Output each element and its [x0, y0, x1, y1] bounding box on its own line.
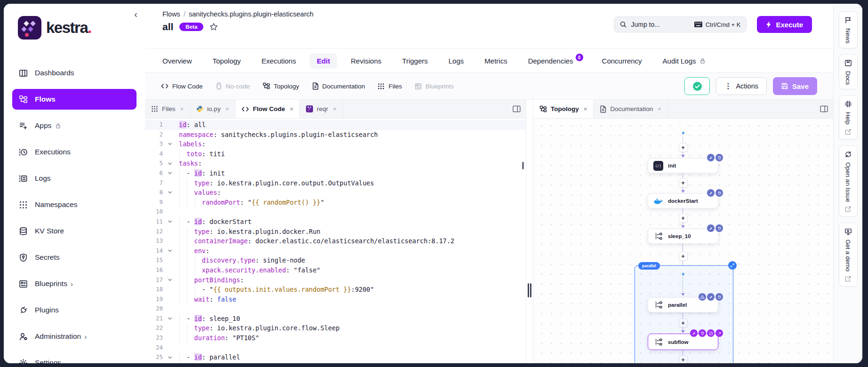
close-icon[interactable]: × — [225, 105, 229, 112]
sidebar-collapse-icon[interactable]: ‹ — [134, 9, 137, 19]
fold-chevron-icon[interactable] — [165, 190, 175, 195]
editor-tab-documentation[interactable]: Documentation× — [594, 100, 667, 118]
fold-chevron-icon[interactable] — [165, 219, 175, 224]
trash-badge-icon[interactable] — [715, 224, 723, 232]
fold-chevron-icon[interactable] — [165, 161, 175, 166]
code-line[interactable]: 24 — [145, 343, 526, 353]
code-line[interactable]: 7 type: io.kestra.plugin.core.output.Out… — [145, 178, 526, 188]
trash-badge-icon[interactable] — [699, 329, 706, 337]
view-no-code[interactable]: No-code — [216, 82, 250, 90]
code-line[interactable]: 18 - "{{ outputs.init.values.randomPort … — [145, 285, 526, 295]
editor-tab-reqr[interactable]: reqr× — [300, 100, 343, 118]
code-line[interactable]: 9 randomPort: "{{ randomPort() }}" — [145, 198, 526, 207]
view-topology[interactable]: Topology — [263, 82, 299, 90]
tab-edit[interactable]: Edit — [310, 53, 337, 69]
code-line[interactable]: 8 values: — [145, 188, 526, 198]
rail-item-open-an-issue[interactable]: Open an Issue — [839, 145, 858, 217]
tab-dependencies[interactable]: Dependencies0 — [528, 57, 581, 65]
close-icon[interactable]: × — [180, 105, 184, 112]
sidebar-item-administration[interactable]: Administration› — [12, 326, 137, 347]
pencil-badge-icon[interactable] — [690, 329, 698, 337]
sidebar-item-executions[interactable]: Executions — [12, 142, 137, 162]
tab-metrics[interactable]: Metrics — [484, 57, 507, 65]
sidebar-item-kv-store[interactable]: KV Store — [12, 221, 137, 241]
code-line[interactable]: 11 - id: dockerStart — [145, 217, 526, 227]
tab-revisions[interactable]: Revisions — [351, 57, 381, 65]
close-icon[interactable]: × — [658, 105, 661, 112]
tab-executions[interactable]: Executions — [262, 57, 296, 65]
pencil-badge-icon[interactable] — [707, 293, 715, 301]
tab-topology[interactable]: Topology — [213, 57, 241, 65]
code-line[interactable]: 6 - id: init — [145, 168, 526, 178]
kestra-logo[interactable]: kestra. — [18, 16, 91, 40]
code-line[interactable]: 16 xpack.security.enabled: "false" — [145, 265, 526, 275]
fold-chevron-icon[interactable] — [165, 278, 175, 282]
trash-badge-icon[interactable] — [715, 189, 723, 197]
pencil-badge-icon[interactable] — [707, 189, 715, 197]
view-documentation[interactable]: Documentation — [312, 82, 365, 90]
code-line[interactable]: 22 type: io.kestra.plugin.core.flow.Slee… — [145, 323, 526, 333]
execute-button[interactable]: Execute — [757, 16, 812, 33]
warning-badge-icon[interactable] — [699, 293, 706, 301]
pane-splitter[interactable] — [526, 100, 533, 363]
editor-tab-flow-code[interactable]: Flow Code× — [235, 100, 300, 118]
code-line[interactable]: 13 containerImage: docker.elastic.co/ela… — [145, 236, 526, 246]
close-icon[interactable]: × — [289, 105, 293, 112]
search-input[interactable]: Jump to... Ctrl/Cmd + K — [614, 16, 747, 32]
code-line[interactable]: 14 env: — [145, 246, 526, 256]
editor-scrollbar-thumb[interactable] — [522, 162, 524, 169]
trash-badge-icon[interactable] — [715, 293, 723, 301]
code-line[interactable]: 20 — [145, 304, 526, 314]
view-flow-code[interactable]: Flow Code — [161, 83, 203, 90]
tab-concurrency[interactable]: Concurrency — [602, 57, 642, 65]
editor-tab-files[interactable]: Files× — [145, 100, 190, 118]
code-line[interactable]: 21 - id: sleep_10 — [145, 314, 526, 324]
code-line[interactable]: 1id: all — [145, 120, 526, 130]
validation-button[interactable] — [684, 77, 710, 95]
sidebar-item-dashboards[interactable]: Dashboards — [12, 63, 137, 83]
rail-item-docs[interactable]: Docs — [839, 54, 858, 90]
code-line[interactable]: 10 — [145, 207, 526, 217]
sidebar-item-logs[interactable]: Logs — [12, 168, 137, 189]
rail-item-news[interactable]: News — [839, 11, 858, 48]
open-badge-icon[interactable] — [715, 329, 723, 337]
sidebar-item-namespaces[interactable]: Namespaces — [12, 194, 137, 215]
code-line[interactable]: 19 wait: false — [145, 295, 526, 304]
view-files[interactable]: Files — [378, 83, 402, 90]
save-button[interactable]: Save — [773, 77, 817, 95]
code-line[interactable]: 26 type: io.kestra.plugin.core.flow.ForE… — [145, 362, 526, 363]
pencil-badge-icon[interactable] — [707, 154, 715, 161]
rail-item-help[interactable]: Help — [839, 95, 858, 140]
sidebar-item-blueprints[interactable]: Blueprints› — [12, 273, 137, 294]
pencil-badge-icon[interactable] — [707, 224, 715, 232]
close-icon[interactable]: × — [584, 105, 587, 112]
breadcrumb-namespace[interactable]: sanitychecks.plugins.plugin-elasticsearc… — [189, 10, 313, 18]
fold-chevron-icon[interactable] — [165, 142, 175, 146]
fold-chevron-icon[interactable] — [165, 248, 175, 253]
tab-audit-logs[interactable]: Audit Logs — [663, 57, 706, 65]
editor-tab-topology[interactable]: Topology× — [533, 100, 594, 118]
add-task-button[interactable]: + — [679, 143, 688, 152]
tab-triggers[interactable]: Triggers — [402, 57, 427, 65]
rail-item-get-a-demo[interactable]: Get a demo — [839, 223, 858, 287]
code-line[interactable]: 23 duration: "PT10S" — [145, 333, 526, 343]
topology-canvas[interactable]: +(/)init+dockerStart+sleep_10+parallelpa… — [533, 119, 833, 363]
trash-badge-icon[interactable] — [715, 154, 723, 161]
editor-tab-io-py[interactable]: io.py× — [190, 100, 235, 118]
code-line[interactable]: 12 type: io.kestra.plugin.docker.Run — [145, 227, 526, 237]
code-line[interactable]: 17 portBindings: — [145, 275, 526, 285]
split-panel-icon[interactable] — [820, 105, 828, 112]
sidebar-item-flows[interactable]: Flows — [12, 89, 137, 110]
code-line[interactable]: 4 toto: titi — [145, 149, 526, 159]
code-line[interactable]: 2namespace: sanitychecks.plugins.plugin-… — [145, 130, 526, 140]
sidebar-item-plugins[interactable]: Plugins — [12, 300, 137, 320]
close-icon[interactable]: × — [333, 105, 337, 112]
code-editor[interactable]: 1id: all2namespace: sanitychecks.plugins… — [145, 119, 526, 363]
fold-chevron-icon[interactable] — [165, 171, 175, 176]
code-line[interactable]: 5tasks: — [145, 159, 526, 168]
fold-chevron-icon[interactable] — [165, 316, 175, 321]
sidebar-item-settings[interactable]: Settings — [12, 352, 137, 363]
edit-box-badge-icon[interactable] — [707, 329, 715, 337]
code-line[interactable]: 3labels: — [145, 139, 526, 149]
tab-logs[interactable]: Logs — [449, 57, 464, 65]
